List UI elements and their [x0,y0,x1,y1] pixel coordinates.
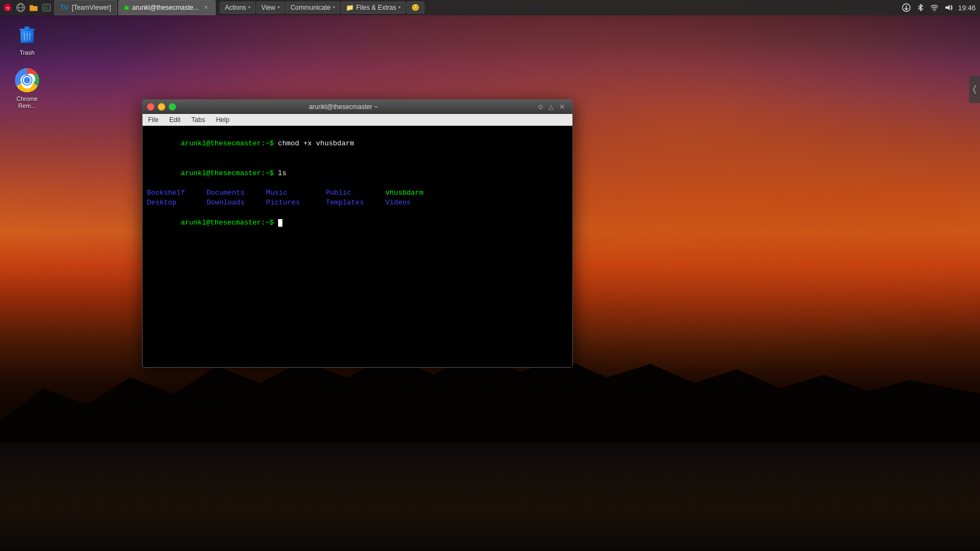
wifi-icon[interactable] [930,3,939,12]
taskbar-tabs: TV [TeamViewer] ▣ arunkl@thesecmaste... … [54,0,216,15]
communicate-menu[interactable]: Communicate ▾ [286,2,340,14]
terminal-window: ✕ − + arunkl@thesecmaster ~ ⊙ △ ✕ File E… [142,99,573,368]
tab-terminal-icon: ▣ [124,4,129,10]
tab-terminal-close[interactable]: ✕ [202,4,210,11]
svg-point-11 [934,10,935,11]
svg-text:π: π [6,5,9,10]
ls-videos: Videos [385,198,445,208]
menu-file[interactable]: File [147,116,159,124]
svg-point-21 [24,77,30,84]
actions-label: Actions [225,4,246,11]
files-extras-icon: 📁 [346,4,354,11]
raspberry-pi-icon[interactable]: π [2,2,13,13]
right-panel-toggle[interactable] [969,76,980,103]
communicate-label: Communicate [291,4,331,11]
tab-teamviewer-icon: TV [60,4,68,11]
terminal-icon[interactable]: >_ [41,2,52,13]
bluetooth-icon[interactable] [915,3,925,12]
folder-icon[interactable] [28,2,39,13]
desktop: π >_ [0,0,980,551]
view-label: View [261,4,275,11]
term-line-2: arunkl@thesecmaster:~$ ls [147,159,568,189]
view-chevron: ▾ [278,5,280,10]
ls-templates: Templates [326,198,385,208]
files-extras-label: Files & Extras [356,4,396,11]
ls-public: Public [326,188,385,198]
tab-teamviewer-label: [TeamViewer] [72,4,111,11]
emoji-btn[interactable]: 😊 [407,2,424,14]
actions-menu[interactable]: Actions ▾ [220,2,255,14]
term-prompt-1: arunkl@thesecmaster:~$ [180,139,278,148]
files-extras-menu[interactable]: 📁 Files & Extras ▾ [341,2,405,14]
terminal-body[interactable]: arunkl@thesecmaster:~$ chmod +x vhusbdar… [143,126,572,367]
trash-icon [14,21,40,47]
actions-chevron: ▾ [248,5,250,10]
ls-vhusbdarm: vhusbdarm [385,188,445,198]
terminal-pin-icon[interactable]: ⊙ [538,102,546,111]
taskbar: π >_ [0,0,980,15]
term-cmd-1: chmod +x vhusbdarm [278,139,354,148]
taskbar-left: π >_ [0,2,52,13]
tab-terminal-label: arunkl@thesecmaste... [132,4,199,11]
globe-icon[interactable] [15,2,26,13]
chrome-icon [14,67,40,93]
chrome-remote-label: Chrome Rem... [8,95,47,110]
terminal-x-icon[interactable]: ✕ [559,102,568,111]
terminal-menubar: File Edit Tabs Help [143,114,572,126]
files-extras-chevron: ▾ [398,5,401,10]
term-cursor [278,219,282,227]
menu-edit[interactable]: Edit [168,116,182,124]
view-menu[interactable]: View ▾ [256,2,285,14]
menu-tabs[interactable]: Tabs [190,116,206,124]
ls-downloads: Downloads [207,198,266,208]
taskbar-right: 19:46 [901,0,976,15]
term-ls-output-2: Desktop Downloads Pictures Templates Vid… [147,198,568,208]
emoji-icon: 😊 [411,4,420,11]
download-icon[interactable] [901,3,911,12]
water [0,443,980,551]
menu-help[interactable]: Help [215,116,230,124]
communicate-chevron: ▾ [333,5,335,10]
trash-desktop-icon[interactable]: Trash [5,19,49,59]
terminal-arrow-icon[interactable]: △ [549,102,557,111]
svg-rect-12 [20,29,35,31]
chrome-remote-desktop-icon[interactable]: Chrome Rem... [5,65,49,112]
terminal-titlebar: ✕ − + arunkl@thesecmaster ~ ⊙ △ ✕ [143,100,572,114]
ls-pictures: Pictures [266,198,326,208]
ls-documents: Documents [207,188,266,198]
term-line-1: arunkl@thesecmaster:~$ chmod +x vhusbdar… [147,129,568,159]
svg-text:>_: >_ [44,5,49,10]
terminal-title: arunkl@thesecmaster ~ [152,103,534,111]
ls-bookshelf: Bookshelf [147,188,207,198]
taskbar-menu: Actions ▾ View ▾ Communicate ▾ 📁 Files &… [220,2,424,14]
tab-terminal[interactable]: ▣ arunkl@thesecmaste... ✕ [118,0,216,15]
ls-music: Music [266,188,326,198]
term-cmd-2: ls [278,169,287,177]
volume-icon[interactable] [944,3,953,12]
clock: 19:46 [958,4,976,12]
svg-rect-13 [24,27,30,29]
term-active-prompt: arunkl@thesecmaster:~$ [147,208,568,238]
tab-teamviewer[interactable]: TV [TeamViewer] [54,0,117,15]
ls-desktop: Desktop [147,198,207,208]
term-prompt-active: arunkl@thesecmaster:~$ [180,219,278,227]
term-prompt-2: arunkl@thesecmaster:~$ [180,169,278,177]
term-ls-output-1: Bookshelf Documents Music Public vhusbda… [147,188,568,198]
trash-label: Trash [20,49,35,56]
